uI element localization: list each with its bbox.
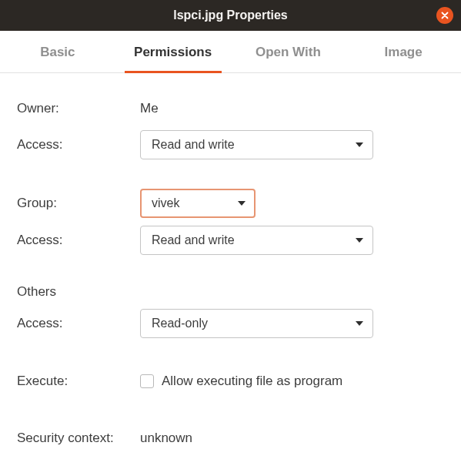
group-access-value: Read and write (152, 233, 235, 247)
group-label: Group: (17, 196, 140, 211)
group-access-select[interactable]: Read and write (140, 226, 373, 255)
others-access-value: Read-only (152, 317, 208, 330)
tab-bar: Basic Permissions Open With Image (0, 31, 461, 73)
chevron-down-icon (356, 142, 363, 147)
others-access-row: Access: Read-only (17, 309, 444, 338)
chevron-down-icon (356, 321, 363, 326)
owner-label: Owner: (17, 101, 140, 116)
titlebar: lspci.jpg Properties (0, 0, 461, 31)
execute-checkbox[interactable] (140, 374, 154, 388)
execute-label: Execute: (17, 374, 140, 389)
others-access-select[interactable]: Read-only (140, 309, 373, 338)
tab-open-with[interactable]: Open With (231, 31, 346, 72)
security-context-row: Security context: unknown (17, 424, 444, 452)
security-context-value: unknown (140, 431, 444, 446)
tab-basic[interactable]: Basic (0, 31, 115, 72)
chevron-down-icon (356, 238, 363, 243)
owner-access-row: Access: Read and write (17, 130, 444, 159)
execute-row: Execute: Allow executing file as program (17, 367, 444, 395)
owner-row: Owner: Me (17, 95, 444, 122)
group-access-row: Access: Read and write (17, 226, 444, 255)
others-access-label: Access: (17, 316, 140, 331)
window-title: lspci.jpg Properties (173, 8, 287, 22)
group-access-label: Access: (17, 233, 140, 248)
group-row: Group: vivek (17, 189, 444, 218)
group-value: vivek (152, 196, 179, 210)
tab-image[interactable]: Image (346, 31, 461, 72)
chevron-down-icon (238, 201, 246, 206)
execute-checkbox-label: Allow executing file as program (162, 374, 342, 389)
security-context-label: Security context: (17, 431, 140, 446)
others-header: Others (17, 284, 444, 300)
owner-access-label: Access: (17, 137, 140, 153)
group-select[interactable]: vivek (140, 189, 256, 218)
tab-permissions[interactable]: Permissions (115, 31, 231, 72)
owner-access-value: Read and write (152, 138, 235, 152)
close-button[interactable] (436, 7, 453, 24)
permissions-panel: Owner: Me Access: Read and write Group: … (0, 73, 461, 476)
close-icon (441, 12, 449, 19)
owner-access-select[interactable]: Read and write (140, 130, 373, 159)
owner-value: Me (140, 101, 444, 116)
